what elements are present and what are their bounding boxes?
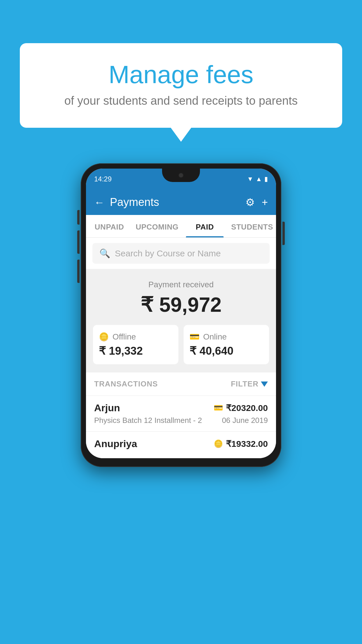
tab-unpaid[interactable]: UNPAID	[86, 215, 133, 237]
offline-card: 🪙 Offline ₹ 19,332	[93, 325, 178, 364]
search-icon: 🔍	[99, 248, 110, 258]
student-name-1: Arjun	[94, 402, 120, 414]
speech-bubble: Manage fees of your students and send re…	[20, 43, 342, 128]
camera	[178, 173, 184, 178]
offline-label: Offline	[113, 332, 136, 342]
app-header: ← Payments ⚙ +	[86, 190, 276, 215]
tabs-bar: UNPAID UPCOMING PAID STUDENTS	[86, 215, 276, 238]
tab-students[interactable]: STUDENTS	[228, 215, 276, 237]
payment-total-amount: ₹ 59,972	[93, 293, 269, 317]
transaction-amount-1: ₹20320.00	[226, 403, 268, 413]
transaction-top-1: Arjun 💳 ₹20320.00	[94, 402, 268, 414]
student-name-2: Anupriya	[94, 438, 137, 449]
transactions-header: TRANSACTIONS FILTER	[86, 372, 276, 396]
status-bar: 14:29 ▼ ▲ ▮	[86, 169, 276, 190]
side-button-left-3	[77, 260, 80, 283]
search-input[interactable]: Search by Course or Name	[115, 249, 221, 258]
card-payment-icon-1: 💳	[214, 403, 223, 412]
side-button-right	[282, 222, 285, 245]
header-left: ← Payments	[94, 196, 159, 209]
add-icon[interactable]: +	[262, 196, 268, 209]
offline-icon: 🪙	[99, 332, 109, 342]
filter-label-text: FILTER	[231, 379, 259, 388]
speech-bubble-subtitle: of your students and send receipts to pa…	[34, 94, 328, 107]
transaction-date-1: 06 June 2019	[222, 416, 268, 425]
transaction-top-2: Anupriya 🪙 ₹19332.00	[94, 438, 268, 449]
payment-cards: 🪙 Offline ₹ 19,332 💳 Online ₹ 40,640	[93, 325, 269, 364]
search-container: 🔍 Search by Course or Name	[86, 238, 276, 269]
tab-upcoming[interactable]: UPCOMING	[133, 215, 181, 237]
payment-received-label: Payment received	[93, 280, 269, 289]
notch	[162, 169, 200, 182]
phone-outer: 14:29 ▼ ▲ ▮ ← Payments	[81, 163, 281, 467]
offline-payment-icon-2: 🪙	[214, 439, 223, 448]
speech-bubble-title: Manage fees	[34, 61, 328, 88]
transactions-label: TRANSACTIONS	[94, 379, 158, 388]
wifi-icon: ▼	[247, 175, 253, 183]
status-icons: ▼ ▲ ▮	[247, 175, 268, 183]
battery-icon: ▮	[264, 175, 268, 183]
filter-icon	[261, 382, 268, 387]
back-button[interactable]: ←	[94, 196, 105, 209]
transaction-bottom-1: Physics Batch 12 Installment - 2 06 June…	[94, 416, 268, 425]
header-title: Payments	[110, 196, 159, 209]
transaction-row[interactable]: Arjun 💳 ₹20320.00 Physics Batch 12 Insta…	[86, 396, 276, 431]
transaction-row-2[interactable]: Anupriya 🪙 ₹19332.00	[86, 431, 276, 458]
filter-button[interactable]: FILTER	[231, 379, 268, 388]
transaction-amount-2: ₹19332.00	[226, 439, 268, 449]
online-card: 💳 Online ₹ 40,640	[184, 325, 269, 364]
settings-icon[interactable]: ⚙	[245, 196, 255, 209]
side-button-left-1	[77, 210, 80, 225]
search-box[interactable]: 🔍 Search by Course or Name	[92, 243, 270, 264]
phone-wrapper: 14:29 ▼ ▲ ▮ ← Payments	[81, 163, 281, 467]
offline-amount: ₹ 19,332	[99, 344, 173, 357]
side-button-left-2	[77, 230, 80, 254]
phone-screen: 14:29 ▼ ▲ ▮ ← Payments	[86, 169, 276, 458]
online-amount: ₹ 40,640	[189, 344, 263, 357]
course-info-1: Physics Batch 12 Installment - 2	[94, 416, 202, 425]
header-right: ⚙ +	[245, 196, 268, 209]
transaction-right-1: 💳 ₹20320.00	[214, 403, 268, 413]
signal-icon: ▲	[256, 175, 262, 183]
transaction-right-2: 🪙 ₹19332.00	[214, 439, 268, 449]
online-label: Online	[203, 332, 227, 342]
status-time: 14:29	[94, 175, 112, 183]
payment-summary: Payment received ₹ 59,972 🪙 Offline ₹ 19…	[86, 269, 276, 372]
tab-paid[interactable]: PAID	[181, 215, 228, 237]
offline-card-header: 🪙 Offline	[99, 332, 173, 342]
online-card-header: 💳 Online	[189, 332, 263, 342]
online-icon: 💳	[189, 332, 200, 342]
